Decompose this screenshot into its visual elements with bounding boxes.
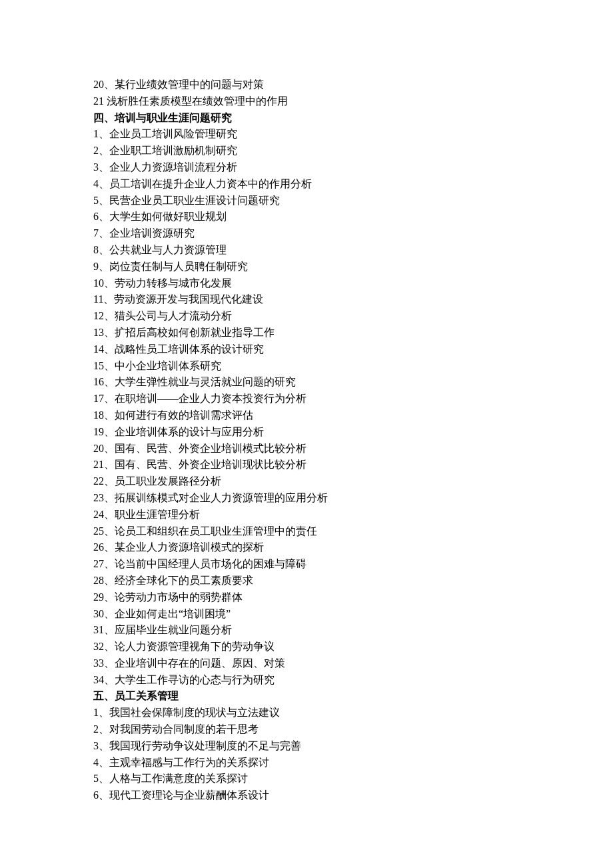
list-item: 30、企业如何走出“培训困境” — [93, 606, 520, 623]
list-item: 13、扩招后高校如何创新就业指导工作 — [93, 325, 520, 341]
list-item: 20、国有、民营、外资企业培训模式比较分析 — [93, 441, 520, 457]
list-item: 27、论当前中国经理人员市场化的困难与障碍 — [93, 556, 520, 573]
list-item: 6、现代工资理论与企业薪酬体系设计 — [93, 787, 520, 804]
list-item: 24、职业生涯管理分析 — [93, 507, 520, 523]
list-item: 16、大学生弹性就业与灵活就业问题的研究 — [93, 374, 520, 391]
list-item: 15、中小企业培训体系研究 — [93, 358, 520, 375]
list-item: 12、猎头公司与人才流动分析 — [93, 308, 520, 325]
list-item: 20、某行业绩效管理中的问题与对策 — [93, 77, 520, 93]
list-item: 29、论劳动力市场中的弱势群体 — [93, 589, 520, 606]
list-item: 9、岗位责任制与人员聘任制研究 — [93, 259, 520, 275]
list-item: 10、劳动力转移与城市化发展 — [93, 275, 520, 292]
list-item: 33、企业培训中存在的问题、原因、对策 — [93, 655, 520, 672]
document-page: 20、某行业绩效管理中的问题与对策21 浅析胜任素质模型在绩效管理中的作用四、培… — [0, 0, 613, 868]
list-item: 6、大学生如何做好职业规划 — [93, 209, 520, 225]
list-item: 4、主观幸福感与工作行为的关系探讨 — [93, 755, 520, 771]
list-item: 18、如何进行有效的培训需求评估 — [93, 407, 520, 424]
list-item: 4、员工培训在提升企业人力资本中的作用分析 — [93, 176, 520, 193]
list-item: 19、企业培训体系的设计与应用分析 — [93, 424, 520, 441]
list-item: 23、拓展训练模式对企业人力资源管理的应用分析 — [93, 490, 520, 507]
list-item: 22、员工职业发展路径分析 — [93, 473, 520, 490]
list-item: 14、战略性员工培训体系的设计研究 — [93, 341, 520, 358]
list-item: 26、某企业人力资源培训模式的探析 — [93, 539, 520, 556]
list-item: 3、我国现行劳动争议处理制度的不足与完善 — [93, 738, 520, 755]
section-heading: 五、员工关系管理 — [93, 688, 520, 705]
list-item: 11、劳动资源开发与我国现代化建设 — [93, 291, 520, 308]
section-heading: 四、培训与职业生涯问题研究 — [93, 110, 520, 127]
list-item: 5、人格与工作满意度的关系探讨 — [93, 771, 520, 787]
list-item: 1、我国社会保障制度的现状与立法建议 — [93, 705, 520, 721]
list-item: 17、在职培训——企业人力资本投资行为分析 — [93, 391, 520, 407]
list-item: 3、企业人力资源培训流程分析 — [93, 159, 520, 176]
list-item: 2、对我国劳动合同制度的若干思考 — [93, 721, 520, 738]
list-item: 5、民营企业员工职业生涯设计问题研究 — [93, 193, 520, 209]
list-item: 2、企业职工培训激励机制研究 — [93, 143, 520, 159]
list-item: 25、论员工和组织在员工职业生涯管理中的责任 — [93, 523, 520, 540]
list-item: 21 浅析胜任素质模型在绩效管理中的作用 — [93, 93, 520, 110]
list-item: 32、论人力资源管理视角下的劳动争议 — [93, 639, 520, 655]
list-item: 28、经济全球化下的员工素质要求 — [93, 573, 520, 589]
list-item: 7、企业培训资源研究 — [93, 225, 520, 242]
list-item: 1、企业员工培训风险管理研究 — [93, 126, 520, 143]
list-item: 31、应届毕业生就业问题分析 — [93, 622, 520, 639]
list-item: 21、国有、民营、外资企业培训现状比较分析 — [93, 457, 520, 473]
list-item: 8、公共就业与人力资源管理 — [93, 242, 520, 259]
list-item: 34、大学生工作寻访的心态与行为研究 — [93, 672, 520, 689]
